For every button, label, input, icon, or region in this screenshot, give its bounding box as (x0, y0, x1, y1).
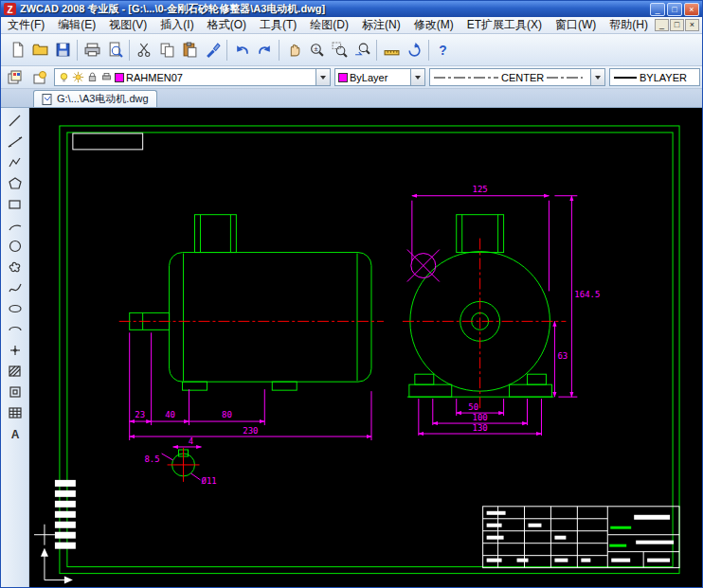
layer-manager-button[interactable] (5, 68, 26, 87)
ellipse-arc-button[interactable] (3, 319, 27, 340)
hatch-icon (8, 364, 23, 379)
menu-file[interactable]: 文件(F) (1, 16, 51, 34)
menu-help[interactable]: 帮助(H) (603, 16, 655, 34)
redraw-icon (406, 42, 423, 58)
line-button[interactable] (3, 111, 27, 132)
color-combobox[interactable]: ByLayer (334, 68, 425, 86)
undo-button[interactable] (230, 39, 253, 62)
svg-text:?: ? (439, 43, 446, 58)
cut-button[interactable] (133, 39, 155, 62)
title-block (483, 507, 679, 568)
color-dropdown-arrow[interactable] (410, 69, 424, 85)
mdi-minimize-button[interactable]: _ (655, 19, 669, 31)
hatch-button[interactable] (3, 361, 27, 382)
menu-modify[interactable]: 修改(M) (407, 16, 460, 34)
zoom-previous-icon (354, 42, 370, 58)
layer-combobox[interactable]: RAHMEN07 (54, 68, 331, 86)
zoom-realtime-button[interactable]: ± (305, 39, 328, 62)
help-icon: ? (436, 42, 452, 58)
copy-button[interactable] (155, 39, 178, 62)
polyline-button[interactable] (3, 152, 27, 173)
polygon-icon (8, 176, 23, 191)
linetype-combobox[interactable]: CENTER (429, 68, 605, 86)
dim-key-height: 8.5 (144, 454, 159, 464)
shaft-section-detail: 4 8.5 Ø11 (144, 437, 216, 486)
linetype-dropdown-arrow[interactable] (590, 69, 604, 85)
menu-view[interactable]: 视图(V) (102, 16, 153, 34)
draw-toolbar: A (1, 108, 29, 587)
revision-bars (55, 480, 76, 549)
region-button[interactable] (3, 382, 27, 402)
color-value: ByLayer (350, 72, 388, 83)
menu-edit[interactable]: 编辑(E) (51, 16, 102, 34)
layer-dropdown-arrow[interactable] (315, 69, 330, 85)
color-swatch (338, 73, 348, 82)
mdi-restore-button[interactable]: □ (670, 19, 684, 31)
lineweight-combobox[interactable]: BYLAYER (609, 68, 700, 86)
point-button[interactable] (3, 340, 27, 361)
linetype-preview (433, 74, 499, 81)
dim-top-width: 125 (473, 185, 488, 194)
dim-key-width: 4 (189, 437, 193, 446)
properties-toolbar: RAHMEN07 ByLayer CENTER BYLAYER (1, 66, 702, 89)
paste-button[interactable] (178, 39, 201, 62)
layer-on-bulb-icon (58, 71, 70, 83)
minimize-button[interactable]: _ (650, 3, 665, 16)
pan-button[interactable] (282, 39, 305, 62)
save-icon (55, 42, 71, 58)
zoom-previous-button[interactable] (351, 39, 373, 62)
drawing-canvas[interactable]: 125 164.5 63 (29, 108, 702, 587)
zoom-window-button[interactable] (328, 39, 351, 62)
match-properties-icon (205, 42, 221, 58)
redraw-button[interactable] (403, 39, 425, 62)
document-tab-label: G:\...\A3电动机.dwg (57, 92, 149, 106)
window-controls: _ □ × (650, 3, 699, 16)
menu-tools[interactable]: 工具(T) (253, 16, 303, 34)
document-tab[interactable]: G:\...\A3电动机.dwg (33, 90, 157, 107)
revision-cloud-button[interactable] (3, 257, 27, 277)
layer-states-button[interactable] (29, 68, 50, 87)
lineweight-preview (613, 74, 638, 81)
redo-button[interactable] (253, 39, 276, 62)
lineweight-value: BYLAYER (640, 72, 687, 83)
menu-express-tools[interactable]: ET扩展工具(X) (460, 16, 549, 34)
new-button[interactable] (6, 39, 28, 62)
mdi-close-button[interactable]: × (685, 19, 699, 31)
circle-icon (8, 239, 23, 254)
plot-button[interactable] (81, 39, 103, 62)
table-button[interactable] (3, 402, 27, 423)
menu-window[interactable]: 窗口(W) (549, 16, 603, 34)
toolbar-separator (376, 40, 377, 61)
ucs-icon (41, 548, 73, 584)
layer-plot-icon (100, 71, 113, 83)
table-icon (8, 405, 23, 420)
zoom-window-icon (332, 42, 348, 58)
distance-button[interactable] (380, 39, 403, 62)
circle-button[interactable] (3, 236, 27, 257)
arc-button[interactable] (3, 215, 27, 236)
rectangle-button[interactable] (3, 194, 27, 215)
menu-draw[interactable]: 绘图(D) (303, 16, 355, 34)
save-button[interactable] (51, 39, 74, 62)
open-button[interactable] (28, 39, 51, 62)
restore-button[interactable]: □ (667, 3, 682, 16)
menu-format[interactable]: 格式(O) (201, 16, 253, 34)
construction-line-button[interactable] (3, 132, 27, 152)
undo-icon (234, 42, 250, 58)
ellipse-button[interactable] (3, 298, 27, 319)
open-icon (32, 42, 48, 58)
mtext-button[interactable]: A (3, 423, 27, 444)
print-preview-icon (107, 42, 123, 58)
match-properties-button[interactable] (201, 39, 224, 62)
toolbar-separator (129, 40, 130, 61)
help-button[interactable]: ? (432, 39, 455, 62)
menu-insert[interactable]: 插入(I) (153, 16, 200, 34)
close-button[interactable]: × (684, 3, 699, 16)
spline-button[interactable] (3, 277, 27, 298)
print-preview-button[interactable] (103, 39, 126, 62)
zwcad-window: Z ZWCAD 2008 专业版 - [G:\...\0-金刚石砂轮修整器\A3… (0, 0, 703, 588)
polygon-button[interactable] (3, 173, 27, 194)
svg-text:Z: Z (7, 5, 12, 15)
linetype-preview-tail (546, 74, 584, 81)
menu-dimension[interactable]: 标注(N) (355, 16, 407, 34)
